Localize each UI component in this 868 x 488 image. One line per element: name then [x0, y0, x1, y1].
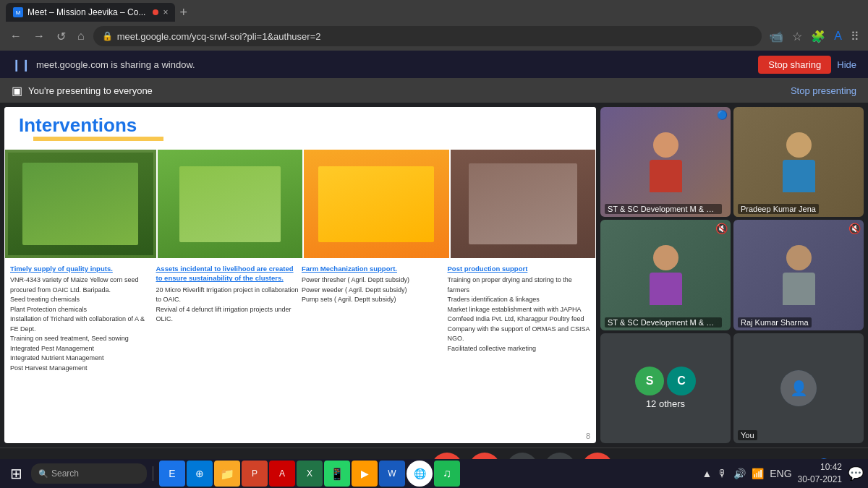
col-1-line-8: Post Harvest Management — [10, 364, 153, 374]
hide-button[interactable]: Hide — [837, 59, 856, 70]
slide-inner: Interventions — [4, 107, 596, 443]
col-2-line-2: Revival of 4 defunct lift irrigation pro… — [156, 305, 299, 325]
participant-3-name: ST & SC Development M & B C ... — [605, 317, 722, 328]
volume-icon[interactable]: 🔊 — [733, 468, 746, 479]
slide-columns: Timely supply of quality inputs. VNR-434… — [4, 261, 596, 376]
taskbar-app-explorer[interactable]: E — [159, 461, 185, 487]
you-avatar: 👤 — [780, 370, 817, 406]
mic-tray-icon[interactable]: 🎙 — [718, 468, 728, 479]
col-1-heading: Timely supply of quality inputs. — [10, 264, 153, 273]
present-icon: ▣ — [12, 84, 22, 98]
forward-button[interactable]: → — [30, 27, 48, 46]
slide-col-1: Timely supply of quality inputs. VNR-434… — [10, 264, 153, 373]
col-1-line-4: Installation of Trichard with collaborat… — [10, 314, 153, 334]
col-4-line-1: Training on proper drying and storing to… — [448, 275, 591, 295]
participant-2-name: Pradeep Kumar Jena — [738, 204, 819, 214]
taskbar-search[interactable]: 🔍 Search — [31, 463, 147, 484]
extensions-icon[interactable]: 🧩 — [809, 28, 827, 45]
notification-icon[interactable]: 💬 — [848, 466, 864, 481]
slide-col-4: Post production support Training on prop… — [448, 264, 591, 373]
participant-grid: 🔵 ST & SC Development M & B C ... Pradee… — [600, 107, 864, 443]
back-button[interactable]: ← — [7, 27, 25, 46]
col-3-line-2: Power weeder ( Agril. Deptt subsidy) — [302, 286, 445, 296]
slide-number: 8 — [586, 432, 590, 440]
participant-tile-you: 👤 You — [733, 333, 864, 443]
col-3-line-3: Pump sets ( Agril. Deptt subsidy) — [302, 295, 445, 305]
col-1-line-7: Integrated Nutrient Management — [10, 354, 153, 364]
avatar-c: C — [667, 367, 696, 395]
browser-actions: 📹 ☆ 🧩 A ⠿ — [767, 28, 861, 45]
participant-tile-others: S C 12 others — [600, 333, 731, 443]
sharing-banner: ❙❙ meet.google.com is sharing a window. … — [0, 51, 868, 78]
taskbar-app-spotify[interactable]: ♫ — [434, 461, 460, 487]
reload-button[interactable]: ↺ — [54, 27, 69, 46]
slide-title-area: Interventions — [4, 107, 596, 144]
avatar-s: S — [635, 367, 664, 395]
tab-title: Meet – Mission Jeevika – Co... — [27, 7, 145, 17]
slide-yellow-bar — [33, 137, 163, 141]
browser-tabs: M Meet – Mission Jeevika – Co... × + — [0, 0, 868, 22]
video-icon[interactable]: 📹 — [767, 28, 785, 45]
others-count-text: 12 others — [646, 398, 685, 409]
slide-image-2 — [158, 150, 303, 258]
participant-tile-2: Pradeep Kumar Jena — [733, 107, 864, 217]
col-3-heading: Farm Mechanization support. — [302, 264, 445, 273]
col-4-line-2: Traders identification & linkages — [448, 295, 591, 305]
presenting-text: You're presenting to everyone — [28, 85, 153, 96]
slide-col-3: Farm Mechanization support. Power thresh… — [302, 264, 445, 373]
lang-label[interactable]: ENG — [770, 468, 791, 479]
search-placeholder: Search — [51, 468, 79, 479]
sys-tray: ▲ 🎙 🔊 📶 ENG — [702, 468, 791, 479]
taskbar-date: 30-07-2021 — [798, 474, 842, 486]
slide-image-4 — [451, 150, 596, 258]
network-icon[interactable]: 📶 — [752, 468, 764, 479]
sharing-banner-right: Stop sharing Hide — [758, 56, 856, 74]
taskbar: ⊞ 🔍 Search E ⊕ 📁 P A X 📱 ▶ W 🌐 ♫ ▲ 🎙 🔊 📶… — [0, 459, 868, 488]
stop-sharing-button[interactable]: Stop sharing — [758, 56, 831, 74]
others-avatars: S C — [635, 367, 696, 395]
address-text: meet.google.com/ycq-srwf-soi?pli=1&authu… — [117, 31, 321, 42]
taskbar-app-vlc[interactable]: ▶ — [352, 461, 378, 487]
col-1-line-1: VNR-4343 variety of Maize Yellow corn se… — [10, 275, 153, 295]
participant-4-name: Raj Kumar Sharma — [738, 317, 812, 328]
taskbar-app-acrobat[interactable]: A — [269, 461, 295, 487]
taskbar-app-whatsapp[interactable]: 📱 — [324, 461, 350, 487]
address-bar[interactable]: 🔒 meet.google.com/ycq-srwf-soi?pli=1&aut… — [93, 26, 762, 46]
tab-close-btn[interactable]: × — [163, 7, 168, 17]
active-tab[interactable]: M Meet – Mission Jeevika – Co... × — [6, 3, 175, 22]
slide-title-text: Interventions — [19, 114, 582, 137]
taskbar-app-word[interactable]: W — [379, 461, 405, 487]
participant-tile-3: 🔇 ST & SC Development M & B C ... — [600, 220, 731, 330]
browser-bar: ← → ↺ ⌂ 🔒 meet.google.com/ycq-srwf-soi?p… — [0, 22, 868, 51]
profile-icon[interactable]: A — [833, 28, 843, 44]
taskbar-app-files[interactable]: 📁 — [214, 461, 240, 487]
col-4-heading: Post production support — [448, 264, 591, 273]
taskbar-app-edge[interactable]: ⊕ — [187, 461, 213, 487]
stop-presenting-button[interactable]: Stop presenting — [791, 85, 856, 96]
new-tab-button[interactable]: + — [175, 3, 192, 22]
slide-col-2: Assets incidental to livelihood are crea… — [156, 264, 299, 373]
taskbar-app-excel[interactable]: X — [297, 461, 323, 487]
participant-4-mute-icon: 🔇 — [848, 223, 861, 234]
col-1-line-5: Training on seed treatment, Seed sowing — [10, 334, 153, 344]
participant-1-name: ST & SC Development M & B C ... — [605, 204, 722, 214]
taskbar-app-powerpoint[interactable]: P — [242, 461, 268, 487]
slide-image-1 — [5, 150, 156, 258]
start-button[interactable]: ⊞ — [4, 465, 28, 482]
participant-you-name: You — [738, 430, 757, 440]
bookmark-icon[interactable]: ☆ — [791, 28, 804, 45]
col-1-line-6: Integrated Pest Management — [10, 344, 153, 354]
slide-image-3 — [304, 150, 449, 258]
taskbar-apps: E ⊕ 📁 P A X 📱 ▶ W 🌐 ♫ — [159, 461, 460, 487]
menu-icon[interactable]: ⠿ — [849, 28, 861, 45]
participant-tile-1: 🔵 ST & SC Development M & B C ... — [600, 107, 731, 217]
tab-favicon: M — [13, 7, 23, 17]
taskbar-clock[interactable]: 10:42 30-07-2021 — [798, 461, 842, 486]
tray-expand-icon[interactable]: ▲ — [702, 468, 712, 479]
home-button[interactable]: ⌂ — [75, 27, 88, 46]
search-icon: 🔍 — [38, 469, 48, 479]
sharing-banner-left: ❙❙ meet.google.com is sharing a window. — [12, 58, 195, 72]
col-2-line-1: 20 Micro Riverlift Irrigation project in… — [156, 286, 299, 305]
taskbar-app-chrome[interactable]: 🌐 — [407, 461, 433, 487]
lock-icon: 🔒 — [102, 31, 113, 41]
